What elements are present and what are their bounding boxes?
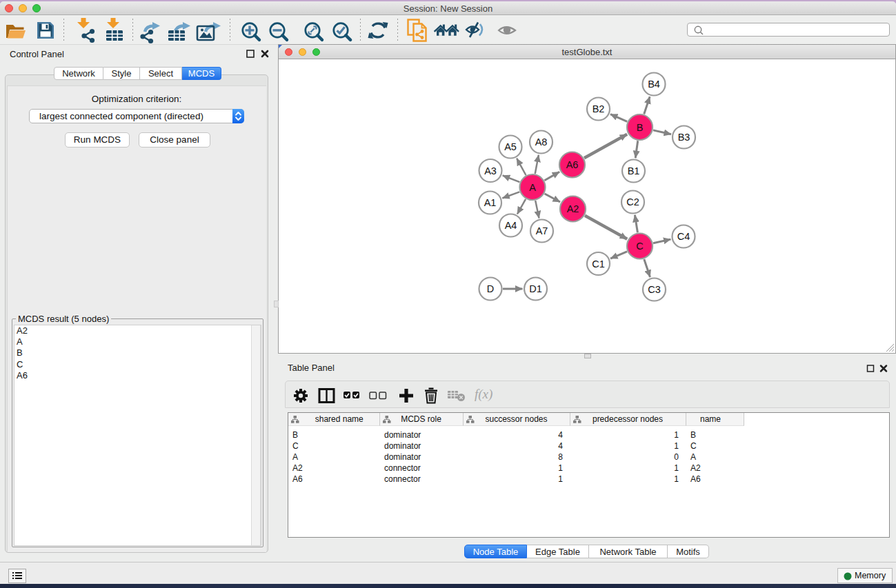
svg-text:D: D (487, 283, 494, 294)
svg-text:A: A (529, 182, 536, 193)
svg-text:C: C (636, 241, 643, 252)
svg-text:A8: A8 (535, 136, 548, 148)
svg-text:B: B (637, 122, 644, 133)
svg-text:C1: C1 (592, 258, 605, 270)
svg-text:B4: B4 (648, 79, 660, 90)
svg-text:C2: C2 (626, 196, 639, 207)
svg-text:A2: A2 (567, 203, 579, 214)
svg-text:A7: A7 (536, 225, 548, 236)
svg-text:C4: C4 (677, 231, 690, 242)
svg-text:A4: A4 (505, 220, 517, 231)
svg-text:A6: A6 (566, 159, 579, 170)
svg-text:A5: A5 (504, 141, 517, 152)
svg-text:B1: B1 (628, 165, 640, 176)
svg-text:A1: A1 (484, 197, 497, 208)
svg-text:C3: C3 (648, 284, 661, 295)
svg-text:B3: B3 (678, 132, 690, 143)
svg-text:B2: B2 (593, 103, 605, 114)
svg-text:A3: A3 (484, 165, 497, 176)
svg-text:D1: D1 (529, 283, 542, 294)
